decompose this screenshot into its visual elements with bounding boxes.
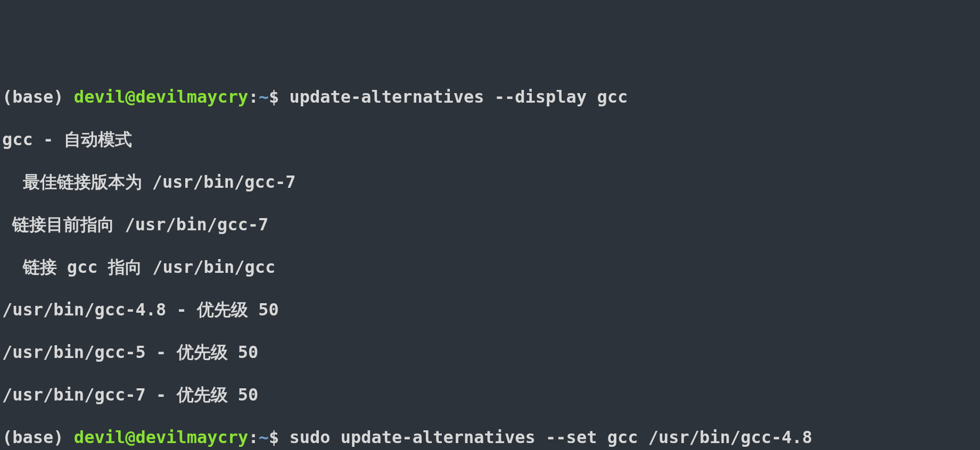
prompt-dollar: $	[269, 87, 290, 107]
output-line: /usr/bin/gcc-4.8 - 优先级 50	[2, 299, 978, 320]
prompt-path: ~	[259, 87, 269, 107]
output-line: 最佳链接版本为 /usr/bin/gcc-7	[2, 171, 978, 193]
command-text: sudo update-alternatives --set gcc /usr/…	[289, 427, 812, 447]
terminal-output[interactable]: (base) devil@devilmaycry:~$ update-alter…	[2, 86, 978, 450]
prompt-user-host: devil@devilmaycry	[74, 87, 249, 107]
prompt-path: ~	[259, 427, 269, 447]
conda-env: (base)	[2, 427, 74, 447]
terminal-line: (base) devil@devilmaycry:~$ update-alter…	[2, 86, 978, 107]
output-line: /usr/bin/gcc-5 - 优先级 50	[2, 341, 978, 363]
prompt-colon: :	[248, 427, 258, 447]
output-line: gcc - 自动模式	[2, 129, 978, 150]
prompt-colon: :	[248, 87, 258, 107]
terminal-line: (base) devil@devilmaycry:~$ sudo update-…	[2, 427, 978, 448]
prompt-dollar: $	[269, 427, 290, 447]
command-text: update-alternatives --display gcc	[289, 87, 628, 107]
output-line: /usr/bin/gcc-7 - 优先级 50	[2, 384, 978, 405]
output-line: 链接目前指向 /usr/bin/gcc-7	[2, 214, 978, 235]
prompt-user-host: devil@devilmaycry	[74, 427, 249, 447]
output-line: 链接 gcc 指向 /usr/bin/gcc	[2, 256, 978, 278]
conda-env: (base)	[2, 87, 74, 107]
